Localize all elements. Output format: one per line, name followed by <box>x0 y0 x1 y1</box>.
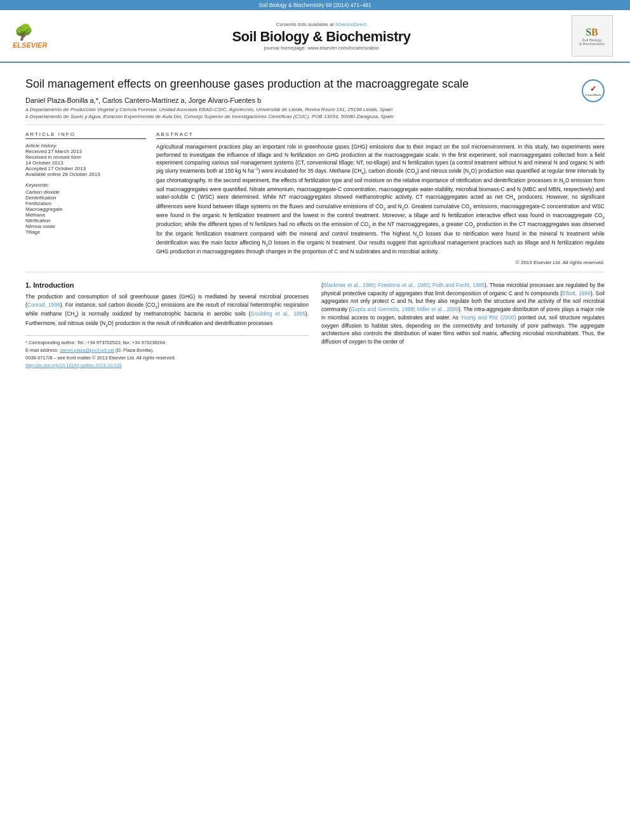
logo-subtitle: Soil Biology& Biochemistry <box>579 38 605 46</box>
journal-title: Soil Biology & Biochemistry <box>83 29 560 45</box>
article-title-area: Soil management effects on greenhouse ga… <box>25 77 575 121</box>
journal-header: 🌳 ELSEVIER Contents lists available at S… <box>0 10 630 63</box>
article-title-section: Soil management effects on greenhouse ga… <box>25 70 605 125</box>
keywords-list: Carbon dioxide Denitrification Fertiliza… <box>25 189 146 235</box>
keyword-fertilization: Fertilization <box>25 201 146 206</box>
keyword-tillage: Tillage <box>25 229 146 235</box>
ref-elliott-1986[interactable]: Elliott, 1986 <box>562 290 591 297</box>
sciencedirect-link[interactable]: ScienceDirect <box>335 22 366 27</box>
received-revised-label: Received in revised form <box>25 154 146 160</box>
journal-logo-area: SB Soil Biology& Biochemistry <box>566 15 617 57</box>
intro-right-text: (Blackmer et al., 1980; Firestone et al.… <box>321 281 605 346</box>
issn-text: 0038-0717/$ – see front matter © 2013 El… <box>25 355 176 361</box>
keyword-nitrous-oxide: Nitrous oxide <box>25 223 146 229</box>
available-date: Available online 28 October 2013 <box>25 171 146 177</box>
journal-homepage: journal homepage: www.elsevier.com/locat… <box>83 45 560 51</box>
affiliation-a: a Departamento de Producción Vegetal y C… <box>25 107 575 112</box>
email-link[interactable]: daniel.plaza@pvcf.udl.cat <box>60 347 114 353</box>
ref-young-ritz-2000[interactable]: Young and Ritz (2000) <box>460 314 516 321</box>
keyword-nitrification: Nitrification <box>25 218 146 223</box>
article-title: Soil management effects on greenhouse ga… <box>25 77 575 91</box>
email-label: E-mail address: <box>25 347 58 353</box>
keywords-label: Keywords: <box>25 182 146 188</box>
crossmark-icon: ✓ CrossMark <box>586 84 601 97</box>
crossmark-symbol: ✓ <box>586 84 601 93</box>
corresponding-note: * Corresponding author. Tel.: +34 973702… <box>25 340 309 345</box>
received-date: Received 27 March 2013 <box>25 149 146 154</box>
ref-poth-focht-1985[interactable]: Poth and Focht, 1985 <box>432 282 485 288</box>
accepted-date: Accepted 17 October 2013 <box>25 166 146 171</box>
crossmark-logo: ✓ CrossMark <box>582 79 605 102</box>
article-authors: Daniel Plaza-Bonilla a,*, Carlos Cantero… <box>25 97 575 104</box>
keyword-macroaggregate: Macroaggregate <box>25 206 146 212</box>
history-row: Article history: Received 27 March 2013 … <box>25 143 146 177</box>
ref-gupta-germida-1988[interactable]: Gupta and Germida, 1988 <box>351 306 414 312</box>
ref-blackmer-1980[interactable]: Blackmer et al., 1980 <box>323 282 375 288</box>
abstract-column: ABSTRACT Agricultural management practic… <box>156 131 605 265</box>
article-info-column: ARTICLE INFO Article history: Received 2… <box>25 131 146 265</box>
logo-letters: SB <box>586 27 598 38</box>
keyword-denitrification: Denitrification <box>25 195 146 201</box>
contents-available-text: Contents lists available at <box>276 22 334 27</box>
keyword-carbon-dioxide: Carbon dioxide <box>25 189 146 195</box>
authors-text: Daniel Plaza-Bonilla a,*, Carlos Cantero… <box>25 97 261 104</box>
article-info-label: ARTICLE INFO <box>25 131 146 139</box>
info-abstract-section: ARTICLE INFO Article history: Received 2… <box>25 125 605 272</box>
affiliation-b: b Departamento de Suelo y Agua, Estación… <box>25 114 575 119</box>
journal-logo-box: SB Soil Biology& Biochemistry <box>572 15 613 57</box>
intro-left-text: The production and consumption of soil g… <box>25 293 309 329</box>
crossmark-label: CrossMark <box>586 93 601 97</box>
keyword-methane: Methane <box>25 212 146 218</box>
sciencedirect-line: Contents lists available at ScienceDirec… <box>83 22 560 27</box>
doi-note: http://dx.doi.org/10.1016/j.soilbio.2013… <box>25 363 309 368</box>
body-right-column: (Blackmer et al., 1980; Firestone et al.… <box>321 281 605 370</box>
article-content: Soil management effects on greenhouse ga… <box>0 63 630 378</box>
article-footer: * Corresponding author. Tel.: +34 973702… <box>25 335 309 368</box>
journal-title-area: Contents lists available at ScienceDirec… <box>83 22 560 51</box>
abstract-label: ABSTRACT <box>156 131 605 139</box>
journal-citation-bar: Soil Biology & Biochemistry 68 (2014) 47… <box>0 0 630 10</box>
body-section: 1. Introduction The production and consu… <box>25 272 605 370</box>
body-left-column: 1. Introduction The production and consu… <box>25 281 309 370</box>
revised-date: 14 October 2013 <box>25 160 146 166</box>
abstract-text: Agricultural management practices play a… <box>156 143 605 255</box>
issn-note: 0038-0717/$ – see front matter © 2013 El… <box>25 355 309 361</box>
email-name: (D. Plaza-Bonilla). <box>116 347 154 353</box>
elsevier-logo: 🌳 ELSEVIER <box>13 23 47 49</box>
copyright-line: © 2013 Elsevier Ltd. All rights reserved… <box>156 260 605 265</box>
elsevier-logo-area: 🌳 ELSEVIER <box>13 23 76 49</box>
ref-firestone-1980[interactable]: Firestone et al., 1980 <box>378 282 429 288</box>
journal-citation: Soil Biology & Biochemistry 68 (2014) 47… <box>258 2 372 8</box>
ref-miller-2009[interactable]: Miller et al., 2009 <box>417 306 458 312</box>
elsevier-tree-icon: 🌳 <box>13 23 32 41</box>
intro-heading: 1. Introduction <box>25 281 309 289</box>
ref-goulding-1995[interactable]: Goulding et al., 1995 <box>251 310 305 317</box>
corresponding-text: * Corresponding author. Tel.: +34 973702… <box>25 340 166 345</box>
ref-conrad-1996[interactable]: Conrad, 1996 <box>27 302 60 308</box>
history-label: Article history: <box>25 143 146 149</box>
doi-link[interactable]: http://dx.doi.org/10.1016/j.soilbio.2013… <box>25 363 122 368</box>
email-note: E-mail address: daniel.plaza@pvcf.udl.ca… <box>25 347 309 353</box>
elsevier-label: ELSEVIER <box>13 41 47 49</box>
